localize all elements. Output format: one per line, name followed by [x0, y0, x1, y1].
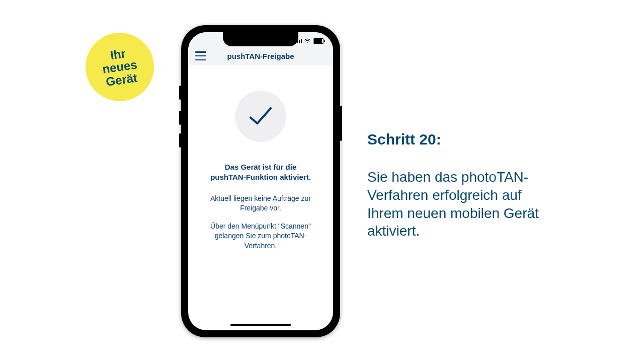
screen-content: Das Gerät ist für die pushTAN-Funktion a…	[188, 65, 333, 330]
phone-mockup: pushTAN-Freigabe Das Gerät ist für die p…	[181, 25, 340, 337]
battery-icon	[313, 38, 324, 44]
headline-line: Das Gerät ist für die	[225, 163, 297, 171]
check-icon	[248, 106, 273, 127]
body-line: Aktuell liegen keine Aufträge zur	[210, 194, 311, 202]
phone-notch	[223, 32, 298, 46]
activation-headline: Das Gerät ist für die pushTAN-Funktion a…	[199, 162, 322, 183]
step-title: Schritt 20:	[367, 131, 558, 148]
scan-hint-text: Über den Menüpunkt "Scannen" gelangen Si…	[199, 222, 322, 251]
phone-screen: pushTAN-Freigabe Das Gerät ist für die p…	[188, 32, 333, 330]
body-line: Über den Menüpunkt "Scannen"	[210, 222, 311, 230]
step-body: Sie haben das photoTAN-Verfahren erfolgr…	[367, 168, 558, 240]
badge-text: Ihr neues Gerät	[100, 46, 139, 88]
home-indicator	[230, 324, 291, 326]
body-line: gelangen Sie zum photoTAN-Verfahren.	[215, 232, 307, 250]
body-line: Freigabe vor.	[240, 204, 281, 212]
new-device-badge: Ihr neues Gerät	[81, 28, 158, 106]
appbar-title: pushTAN-Freigabe	[195, 52, 326, 60]
headline-line: pushTAN-Funktion aktiviert.	[210, 173, 311, 181]
no-orders-text: Aktuell liegen keine Aufträge zur Freiga…	[199, 194, 322, 213]
wifi-icon	[304, 38, 311, 43]
instruction-panel: Schritt 20: Sie haben das photoTAN-Verfa…	[367, 131, 558, 240]
tutorial-slide: Ihr neues Gerät pushTAN-Freigabe	[0, 0, 644, 363]
checkmark-circle	[235, 91, 286, 142]
